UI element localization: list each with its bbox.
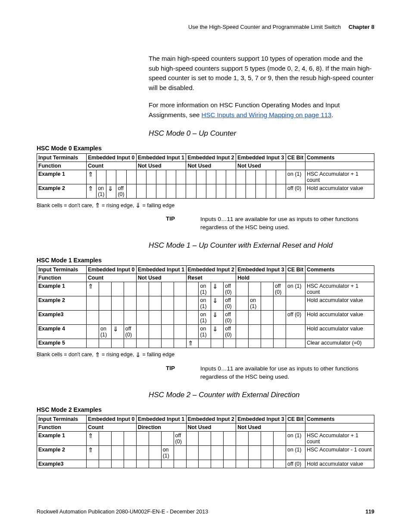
table-row: Example 1 ⇑ on (1)⇓off (0) off (0) on (1… xyxy=(37,282,374,296)
falling-arrow-icon: ⇓ xyxy=(211,310,224,324)
falling-arrow-icon: ⇓ xyxy=(211,324,224,339)
th-input: Input Terminals xyxy=(37,415,87,423)
cell: on (1) xyxy=(199,324,211,339)
rising-arrow-icon: ⇑ xyxy=(95,202,100,208)
th-e1: Embedded Input 1 xyxy=(136,265,186,274)
legend-text: = rising edge, xyxy=(102,352,134,358)
rising-arrow-icon: ⇑ xyxy=(87,282,99,296)
falling-arrow-icon: ⇓ xyxy=(111,324,124,339)
mode2-title: HSC Mode 2 – Counter with External Direc… xyxy=(149,391,374,399)
legend-mode1: Blank cells = don't care, ⇑ = rising edg… xyxy=(37,352,374,358)
cell: Hold accumulator value xyxy=(305,296,374,310)
fn-count: Count xyxy=(87,274,137,282)
rising-arrow-icon: ⇑ xyxy=(87,445,99,460)
paragraph-1: The main high-speed counters support 10 … xyxy=(149,54,374,93)
th-e3: Embedded Input 3 xyxy=(236,154,286,162)
rising-arrow-icon: ⇑ xyxy=(87,184,97,199)
table-row: Example 4 on (1)⇓off (0) on (1)⇓off (0) … xyxy=(37,324,374,339)
table-row: Example 2 on (1)⇓off (0) on (1) Hold acc… xyxy=(37,296,374,310)
fn-count: Count xyxy=(87,162,137,170)
link-hsc-inputs[interactable]: HSC Inputs and Wiring Mapping on page 11… xyxy=(202,111,332,118)
cell: on (1) xyxy=(97,184,106,199)
fn-reset: Reset xyxy=(186,274,236,282)
tip-block-1: TIP Inputs 0…11 are available for use as… xyxy=(166,365,374,381)
table-row: Example 2 ⇑ on (1) ⇓ off (0) off (0) Hol… xyxy=(37,184,374,199)
chapter-label: Chapter 8 xyxy=(349,24,374,30)
table-row: Example 5 ⇑ Clear accumulator (=0) xyxy=(37,339,374,348)
page-footer: Rockwell Automation Publication 2080-UM0… xyxy=(37,509,374,515)
cell: off (0) xyxy=(174,431,186,445)
cell: on (1) xyxy=(199,310,211,324)
rising-arrow-icon: ⇑ xyxy=(87,431,99,445)
th-e1: Embedded Input 1 xyxy=(136,415,186,423)
row-label: Example 4 xyxy=(37,324,87,339)
mode0-caption: HSC Mode 0 Examples xyxy=(37,145,374,152)
row-label: Example 2 xyxy=(37,184,87,199)
row-label: Example 1 xyxy=(37,282,87,296)
mode0-title: HSC Mode 0 – Up Counter xyxy=(149,129,374,138)
footer-publication: Rockwell Automation Publication 2080-UM0… xyxy=(37,509,208,515)
cell: Hold accumulator value xyxy=(305,310,374,324)
cell: HSC Accumulator - 1 count xyxy=(305,445,374,460)
th-function: Function xyxy=(37,162,87,170)
th-e2: Embedded Input 2 xyxy=(186,154,236,162)
cell: Hold accumulator value xyxy=(305,184,374,199)
row-label: Example 5 xyxy=(37,339,87,348)
page-number: 119 xyxy=(365,509,374,515)
cell: off (0) xyxy=(286,184,305,199)
falling-arrow-icon: ⇓ xyxy=(211,296,224,310)
legend-mode0: Blank cells = don't care, ⇑ = rising edg… xyxy=(37,202,374,208)
cell: off (0) xyxy=(224,310,236,324)
th-e2: Embedded Input 2 xyxy=(186,415,236,423)
fn-nu2: Not Used xyxy=(186,162,236,170)
cell: off (0) xyxy=(286,460,305,468)
cell: on (1) xyxy=(286,445,305,460)
th-input: Input Terminals xyxy=(37,265,87,274)
cell: Clear accumulator (=0) xyxy=(305,339,374,348)
p2-post: . xyxy=(331,111,333,118)
fn-direction: Direction xyxy=(136,423,186,431)
row-label: Example 1 xyxy=(37,170,87,184)
fn-nu1: Not Used xyxy=(136,162,186,170)
th-ce: CE Bit xyxy=(286,265,305,274)
cell: Hold accumulator value xyxy=(305,460,374,468)
fn-nu: Not Used xyxy=(136,274,186,282)
th-e0: Embedded Input 0 xyxy=(87,265,137,274)
cell: on (1) xyxy=(286,431,305,445)
mode1-table: Input Terminals Embedded Input 0 Embedde… xyxy=(37,265,374,348)
fn-hold: Hold xyxy=(236,274,286,282)
th-e0: Embedded Input 0 xyxy=(87,415,137,423)
fn-nu: Not Used xyxy=(186,423,236,431)
legend-text: = falling edge xyxy=(142,352,174,358)
rising-arrow-icon: ⇑ xyxy=(87,170,97,184)
th-function: Function xyxy=(37,423,87,431)
mode1-caption: HSC Mode 1 Examples xyxy=(37,257,374,264)
paragraph-2: For more information on HSC Function Ope… xyxy=(149,100,374,120)
tip-text: Inputs 0…11 are available for use as inp… xyxy=(200,215,374,232)
th-ce: CE Bit xyxy=(286,154,305,162)
cell: on (1) xyxy=(199,296,211,310)
th-input: Input Terminals xyxy=(37,154,87,162)
cell: on (1) xyxy=(161,445,174,460)
falling-arrow-icon: ⇓ xyxy=(211,282,224,296)
table-row: Example3 on (1)⇓off (0) off (0) Hold acc… xyxy=(37,310,374,324)
fn-nu2: Not Used xyxy=(236,423,286,431)
row-label: Example 2 xyxy=(37,445,87,460)
legend-text: = falling edge xyxy=(142,202,174,208)
cell: on (1) xyxy=(249,296,261,310)
legend-text: = rising edge, xyxy=(102,202,134,208)
rising-arrow-icon: ⇑ xyxy=(186,339,199,348)
cell: off (0) xyxy=(116,184,126,199)
row-label: Example 2 xyxy=(37,296,87,310)
header-title: Use the High-Speed Counter and Programma… xyxy=(188,24,341,30)
th-e3: Embedded Input 3 xyxy=(236,415,286,423)
table-row: Example 1 ⇑ on (1) HSC Accumulator + 1 c… xyxy=(37,170,374,184)
cell: off (0) xyxy=(224,282,236,296)
mode1-title: HSC Mode 1 – Up Counter with External Re… xyxy=(149,241,374,250)
falling-arrow-icon: ⇓ xyxy=(135,352,141,358)
row-label: Example 1 xyxy=(37,431,87,445)
cell: off (0) xyxy=(224,296,236,310)
th-function: Function xyxy=(37,274,87,282)
row-label: Example3 xyxy=(37,310,87,324)
mode2-table: Input Terminals Embedded Input 0 Embedde… xyxy=(37,415,374,468)
